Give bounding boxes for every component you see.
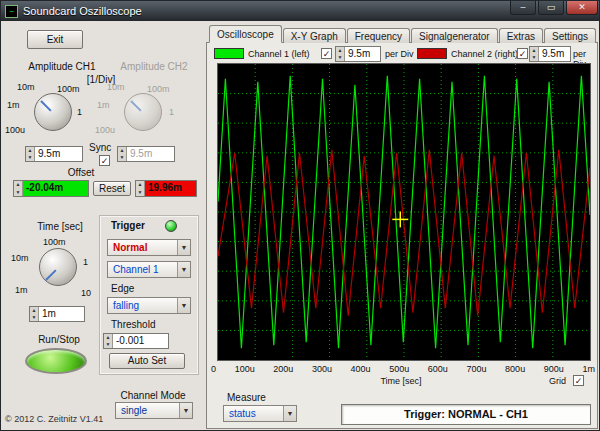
trigger-led-icon xyxy=(165,220,177,232)
app-icon: ~ xyxy=(5,5,18,18)
ch1-enable-checkbox[interactable]: ✓ xyxy=(321,48,332,59)
scope-plot xyxy=(218,64,590,360)
window-controls: – ▭ ✕ xyxy=(510,1,598,15)
trigger-title: Trigger xyxy=(111,220,145,231)
tab-frequency[interactable]: Frequency xyxy=(347,28,410,43)
channel-mode-label: Channel Mode xyxy=(111,390,195,401)
threshold-value[interactable]: ▲▼ -0.001 xyxy=(103,333,169,349)
chevron-down-icon: ▼ xyxy=(177,240,190,255)
time-scale-10m: 10m xyxy=(11,253,29,263)
chevron-down-icon: ▼ xyxy=(283,406,296,421)
knob1-scale-1: 1 xyxy=(77,107,82,117)
chevron-down-icon: ▼ xyxy=(179,403,192,418)
edge-label: Edge xyxy=(111,283,134,294)
time-knob[interactable] xyxy=(39,248,77,286)
amplitude-ch1-label: Amplitude CH1 xyxy=(15,61,109,72)
spinner-arrows[interactable]: ▲▼ xyxy=(26,147,35,161)
knob1-scale-10m: 10m xyxy=(17,82,35,92)
spinner-arrows[interactable]: ▲▼ xyxy=(530,47,539,61)
offset-label: Offset xyxy=(51,167,111,178)
tab-oscilloscope[interactable]: Oscilloscope xyxy=(209,25,282,43)
sync-checkbox[interactable]: ✓ xyxy=(99,155,110,166)
knob-needle xyxy=(45,269,56,280)
knob2-scale-100u: 100u xyxy=(95,125,115,135)
reset-button[interactable]: Reset xyxy=(93,181,131,196)
offset-ch2-value[interactable]: ▲▼ 19.96m xyxy=(135,180,197,197)
time-label: Time [sec] xyxy=(27,221,93,232)
minimize-button[interactable]: – xyxy=(510,1,536,15)
grid-checkbox[interactable]: ✓ xyxy=(573,375,584,386)
spinner-arrows[interactable]: ▲▼ xyxy=(118,147,127,161)
knob2-scale-100m: 100m xyxy=(147,84,170,94)
maximize-button[interactable]: ▭ xyxy=(538,1,564,15)
ch2-color-swatch xyxy=(417,48,447,59)
spinner-arrows[interactable]: ▲▼ xyxy=(14,181,23,196)
x-axis-label: Time [sec] xyxy=(331,376,471,386)
chevron-down-icon: ▼ xyxy=(177,262,190,277)
ch2-perdiv-value[interactable]: ▲▼ 9.5m xyxy=(529,46,571,62)
amplitude-ch2-knob[interactable] xyxy=(124,93,162,131)
spinner-arrows[interactable]: ▲▼ xyxy=(136,181,145,196)
exit-button[interactable]: Exit xyxy=(27,30,83,49)
knob-needle xyxy=(130,100,141,111)
spinner-arrows[interactable]: ▲▼ xyxy=(336,47,345,61)
time-scale-1: 1 xyxy=(83,257,88,267)
measure-label: Measure xyxy=(227,392,266,403)
tab-settings[interactable]: Settings xyxy=(544,28,596,43)
run-stop-button[interactable] xyxy=(25,348,87,374)
spinner-arrows[interactable]: ▲▼ xyxy=(30,307,39,321)
knob1-scale-100m: 100m xyxy=(57,84,80,94)
knob-needle xyxy=(40,100,51,111)
time-scale-1m: 1m xyxy=(15,285,28,295)
measure-dropdown[interactable]: status ▼ xyxy=(223,405,297,422)
time-value[interactable]: ▲▼ 1m xyxy=(29,306,85,322)
window-title: Soundcard Oszilloscope xyxy=(23,5,142,17)
amplitude-ch2-value[interactable]: ▲▼ 9.5m xyxy=(117,146,175,162)
ch1-color-swatch xyxy=(214,48,244,59)
trigger-status: Trigger: NORMAL - CH1 xyxy=(341,404,591,425)
ch2-label: Channel 2 (right) xyxy=(451,49,518,59)
time-scale-10: 10 xyxy=(81,288,91,298)
knob1-scale-100u: 100u xyxy=(5,125,25,135)
auto-set-button[interactable]: Auto Set xyxy=(109,353,185,369)
ch1-perdiv-value[interactable]: ▲▼ 9.5m xyxy=(335,46,381,62)
amplitude-ch1-knob[interactable] xyxy=(34,93,72,131)
offset-ch1-value[interactable]: ▲▼ -20.04m xyxy=(13,180,89,197)
tab-strip: Oscilloscope X-Y Graph Frequency Signalg… xyxy=(209,24,597,43)
amplitude-ch2-label: Amplitude CH2 xyxy=(107,61,201,72)
app-window: ~ Soundcard Oszilloscope – ▭ ✕ Exit Ampl… xyxy=(0,0,600,431)
close-button[interactable]: ✕ xyxy=(566,1,598,15)
titlebar: ~ Soundcard Oszilloscope – ▭ ✕ xyxy=(1,1,600,21)
trigger-edge-dropdown[interactable]: falling ▼ xyxy=(107,297,191,314)
knob2-scale-1: 1 xyxy=(169,107,174,117)
chevron-down-icon: ▼ xyxy=(177,298,190,313)
scope-display[interactable] xyxy=(217,63,591,361)
x-axis-ticks: 0100u200u300u400u500u600u700u800u900u1m xyxy=(211,364,595,374)
knob2-scale-1m: 1m xyxy=(97,100,110,110)
run-stop-label: Run/Stop xyxy=(27,334,91,345)
tab-signalgenerator[interactable]: Signalgenerator xyxy=(411,28,498,43)
ch1-label: Channel 1 (left) xyxy=(248,49,310,59)
copyright-text: © 2012 C. Zeitnitz V1.41 xyxy=(5,414,103,424)
knob2-scale-10m: 10m xyxy=(107,82,125,92)
tab-xy-graph[interactable]: X-Y Graph xyxy=(283,28,346,43)
spinner-arrows[interactable]: ▲▼ xyxy=(104,334,113,348)
ch1-perdiv-label: per Div xyxy=(385,49,414,59)
time-scale-100m: 100m xyxy=(43,237,66,247)
sync-label: Sync xyxy=(89,142,111,153)
threshold-label: Threshold xyxy=(111,319,155,330)
trigger-mode-dropdown[interactable]: Normal ▼ xyxy=(107,239,191,256)
amplitude-ch1-value[interactable]: ▲▼ 9.5m xyxy=(25,146,83,162)
knob1-scale-1m: 1m xyxy=(7,100,20,110)
tab-extras[interactable]: Extras xyxy=(499,28,543,43)
channel-mode-dropdown[interactable]: single ▼ xyxy=(115,402,193,419)
trigger-source-dropdown[interactable]: Channel 1 ▼ xyxy=(107,261,191,278)
ch2-enable-checkbox[interactable]: ✓ xyxy=(517,48,528,59)
grid-label: Grid xyxy=(549,376,566,386)
